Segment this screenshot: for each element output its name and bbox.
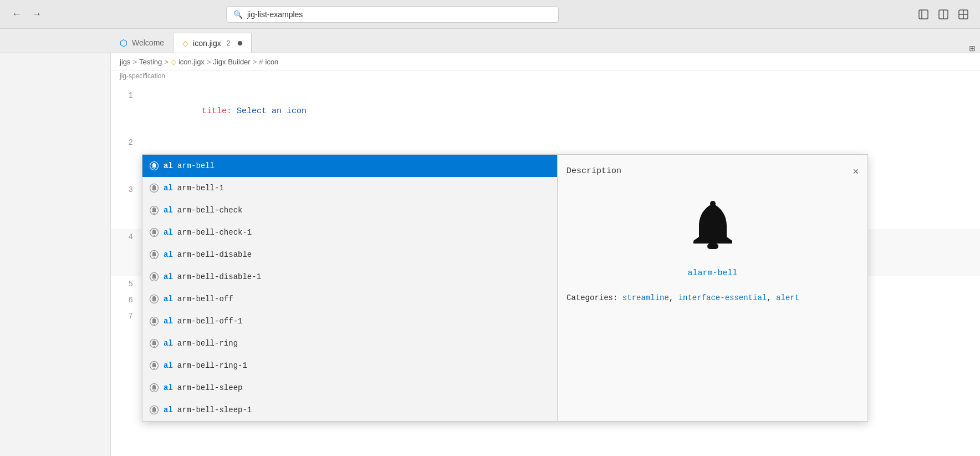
- breadcrumb-jigs[interactable]: jigs: [120, 58, 131, 66]
- ac-item-alarm-bell-ring-1[interactable]: alarm-bell-ring-1: [142, 354, 557, 377]
- categories-label: Categories:: [566, 293, 617, 302]
- desc-close-button[interactable]: ×: [853, 166, 859, 176]
- desc-icon-area: [566, 188, 859, 266]
- cat-sep2: ,: [767, 293, 776, 302]
- ac-icon-5: [149, 272, 159, 282]
- ac-item-alarm-bell-off[interactable]: alarm-bell-off: [142, 288, 557, 310]
- line-number-1: 1: [111, 88, 142, 103]
- ac-item-alarm-bell-ring[interactable]: alarm-bell-ring: [142, 332, 557, 354]
- ac-icon-9: [149, 361, 159, 371]
- jigx-file-icon: ◇: [182, 39, 188, 48]
- titlebar-right-buttons: [916, 7, 971, 22]
- unsaved-indicator: [238, 41, 242, 45]
- desc-header: Description ×: [566, 164, 859, 179]
- breadcrumb-sep4: >: [253, 58, 257, 66]
- line-number-4: 4: [111, 229, 142, 245]
- line-number-6: 6: [111, 292, 142, 308]
- svg-rect-19: [707, 244, 718, 249]
- ac-match-0: al: [164, 158, 173, 174]
- ac-rest-7: arm-bell-off-1: [177, 313, 243, 329]
- breadcrumb-file[interactable]: icon.jigx: [178, 58, 205, 66]
- nav-buttons: ← →: [9, 7, 44, 22]
- ac-icon-1: [149, 183, 159, 193]
- ac-rest-9: arm-bell-ring-1: [177, 358, 247, 373]
- ac-item-alarm-bell-check-1[interactable]: alarm-bell-check-1: [142, 221, 557, 244]
- ac-rest-8: arm-bell-ring: [177, 336, 238, 351]
- ac-icon-6: [149, 294, 159, 304]
- ac-icon-4: [149, 250, 159, 260]
- ac-item-alarm-bell-sleep[interactable]: alarm-bell-sleep: [142, 377, 557, 399]
- ac-match-5: al: [164, 269, 173, 285]
- ac-item-alarm-bell-sleep-1[interactable]: alarm-bell-sleep-1: [142, 399, 557, 421]
- desc-categories: Categories: streamline, interface-essent…: [566, 290, 859, 306]
- code-editor[interactable]: 1 title: Select an icon 2 description: T…: [111, 83, 980, 456]
- line1-key: title:: [202, 107, 237, 116]
- ac-match-3: al: [164, 225, 173, 240]
- ac-icon-2: [149, 205, 159, 215]
- ac-match-8: al: [164, 336, 173, 351]
- active-tab-number: 2: [227, 39, 231, 47]
- ac-item-alarm-bell[interactable]: alarm-bell: [142, 155, 557, 177]
- sub-breadcrumb: jig-specification: [111, 71, 980, 83]
- cat-sep1: ,: [669, 293, 678, 302]
- ac-match-1: al: [164, 180, 173, 196]
- back-button[interactable]: ←: [9, 7, 24, 22]
- ac-rest-0: arm-bell: [177, 158, 215, 174]
- split-editor-button[interactable]: [936, 7, 951, 22]
- line1-val: Select an icon: [237, 107, 307, 116]
- main-area: jigs > Testing > ◇ icon.jigx > Jigx Buil…: [0, 53, 980, 456]
- breadcrumb-sep1: >: [133, 58, 137, 66]
- ac-match-9: al: [164, 358, 173, 373]
- sidebar: [0, 53, 111, 456]
- ac-icon-0: [149, 161, 159, 171]
- line-number-7: 7: [111, 308, 142, 324]
- ac-match-10: al: [164, 380, 173, 396]
- editor-area: jigs > Testing > ◇ icon.jigx > Jigx Buil…: [111, 53, 980, 456]
- ac-item-alarm-bell-disable-1[interactable]: alarm-bell-disable-1: [142, 266, 557, 288]
- line-number-2: 2: [111, 135, 142, 150]
- breadcrumb-file-icon: ◇: [171, 58, 176, 66]
- ac-item-alarm-bell-1[interactable]: alarm-bell-1: [142, 177, 557, 199]
- ac-match-7: al: [164, 313, 173, 329]
- grid-layout-button[interactable]: [956, 7, 971, 22]
- autocomplete-list: alarm-bell alarm-bell-1 alarm-bell-check: [142, 154, 558, 422]
- ac-rest-5: arm-bell-disable-1: [177, 269, 261, 285]
- breadcrumb-hash: #: [259, 58, 263, 66]
- tab-icon-jigx[interactable]: ◇ icon.jigx 2: [173, 33, 252, 53]
- ac-icon-7: [149, 316, 159, 326]
- ac-item-alarm-bell-check[interactable]: alarm-bell-check: [142, 199, 557, 221]
- desc-icon-name[interactable]: alarm-bell: [566, 266, 859, 281]
- ac-match-2: al: [164, 202, 173, 218]
- ac-icon-3: [149, 227, 159, 237]
- code-line-1: 1 title: Select an icon: [111, 88, 980, 135]
- breadcrumb: jigs > Testing > ◇ icon.jigx > Jigx Buil…: [111, 53, 980, 71]
- forward-button[interactable]: →: [29, 7, 44, 22]
- split-editor-tab-button[interactable]: ⊞: [964, 44, 980, 53]
- line-number-3: 3: [111, 182, 142, 197]
- ac-item-alarm-bell-disable[interactable]: alarm-bell-disable: [142, 244, 557, 266]
- tab-welcome[interactable]: ⬡ Welcome: [111, 33, 173, 53]
- category-interface-essential[interactable]: interface-essential: [678, 293, 767, 302]
- breadcrumb-testing[interactable]: Testing: [139, 58, 162, 66]
- jig-specification-label: jig-specification: [120, 72, 165, 80]
- description-panel: Description × alarm-bell Categories:: [558, 154, 868, 422]
- tabbar: ⬡ Welcome ◇ icon.jigx 2 ⊞: [0, 29, 980, 53]
- ac-rest-3: arm-bell-check-1: [177, 225, 252, 240]
- category-alert[interactable]: alert: [776, 293, 799, 302]
- search-input[interactable]: [247, 10, 552, 19]
- ac-rest-11: arm-bell-sleep-1: [177, 402, 252, 418]
- bell-preview-icon: [688, 199, 738, 255]
- welcome-tab-label: Welcome: [132, 38, 164, 47]
- breadcrumb-builder[interactable]: Jigx Builder: [213, 58, 250, 66]
- sidebar-toggle-button[interactable]: [916, 7, 931, 22]
- svg-point-20: [710, 201, 716, 206]
- breadcrumb-section[interactable]: icon: [266, 58, 279, 66]
- svg-rect-0: [919, 10, 928, 19]
- split-icon: [938, 9, 948, 19]
- active-tab-filename: icon.jigx: [193, 39, 221, 48]
- ac-item-alarm-bell-off-1[interactable]: alarm-bell-off-1: [142, 310, 557, 332]
- ac-rest-1: arm-bell-1: [177, 180, 224, 196]
- category-streamline[interactable]: streamline: [622, 293, 669, 302]
- search-bar[interactable]: 🔍: [226, 6, 559, 23]
- sidebar-icon: [918, 9, 928, 19]
